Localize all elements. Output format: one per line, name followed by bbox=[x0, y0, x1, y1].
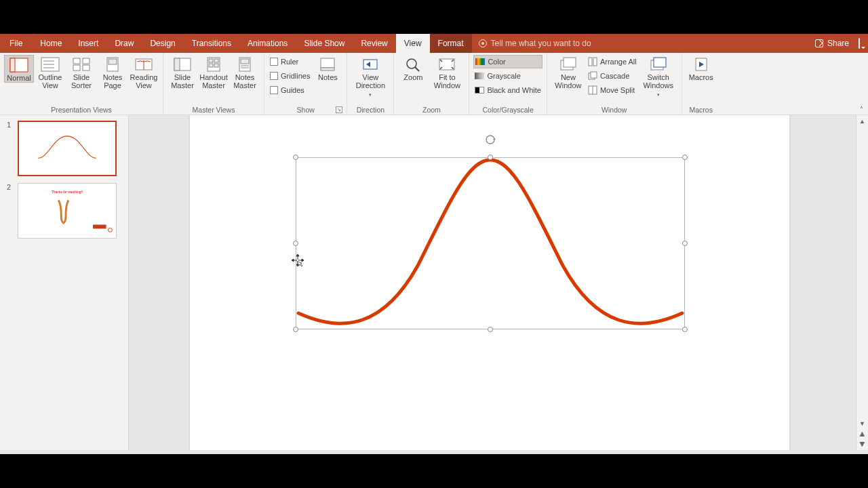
view-direction-icon bbox=[361, 57, 380, 72]
switch-windows-button[interactable]: Switch Windows ▾ bbox=[639, 55, 677, 99]
thumbnail-row: 2 Thanks for watching!! bbox=[7, 183, 121, 239]
guides-checkbox[interactable]: Guides bbox=[269, 83, 311, 97]
group-window: New Window Arrange All Cascade Move Spli… bbox=[547, 53, 682, 115]
lightbulb-icon bbox=[479, 39, 487, 47]
notes-label: Notes bbox=[318, 73, 338, 81]
tab-format[interactable]: Format bbox=[430, 34, 472, 53]
resize-handle-tc[interactable] bbox=[488, 155, 493, 160]
resize-handle-br[interactable] bbox=[682, 327, 688, 332]
scroll-up-button[interactable]: ▲ bbox=[858, 117, 867, 126]
group-label-direction: Direction bbox=[351, 105, 389, 114]
outline-view-button[interactable]: Outline View bbox=[35, 55, 65, 89]
magnifier-icon bbox=[403, 57, 422, 72]
slide-sorter-button[interactable]: Slide Sorter bbox=[66, 55, 96, 89]
guides-label: Guides bbox=[281, 86, 304, 94]
svg-rect-34 bbox=[593, 58, 597, 66]
svg-point-28 bbox=[407, 59, 416, 68]
powerpoint-window: File Home Insert Draw Design Transitions… bbox=[0, 34, 868, 454]
chevron-down-icon: ▾ bbox=[657, 91, 660, 99]
switch-windows-icon bbox=[649, 57, 668, 72]
svg-rect-33 bbox=[589, 58, 592, 66]
thumbnail-row: 1 bbox=[7, 121, 121, 176]
prev-slide-button[interactable]: ⯅ bbox=[858, 430, 867, 439]
tab-animations[interactable]: Animations bbox=[239, 34, 296, 53]
color-mode-button[interactable]: Color bbox=[473, 55, 542, 68]
tab-home[interactable]: Home bbox=[32, 34, 70, 53]
slide-1[interactable] bbox=[190, 115, 789, 450]
resize-handle-ml[interactable] bbox=[293, 241, 298, 246]
chevron-down-icon: ▾ bbox=[369, 91, 372, 99]
arrange-all-button[interactable]: Arrange All bbox=[587, 55, 638, 68]
tab-file[interactable]: File bbox=[0, 34, 32, 53]
macros-button[interactable]: Macros bbox=[686, 55, 716, 81]
new-window-button[interactable]: New Window bbox=[551, 55, 585, 89]
slide-thumbnails-panel[interactable]: 1 2 Thanks for watching!! bbox=[0, 115, 129, 450]
dialog-launcher-icon[interactable]: ↘ bbox=[336, 106, 342, 113]
gridlines-checkbox[interactable]: Gridlines bbox=[269, 69, 311, 83]
slide-number: 2 bbox=[7, 183, 14, 239]
bw-mode-button[interactable]: Black and White bbox=[473, 83, 542, 97]
checkbox-icon bbox=[270, 86, 278, 94]
group-label-master-views: Master Views bbox=[167, 105, 260, 114]
workspace: 1 2 Thanks for watching!! bbox=[0, 115, 868, 450]
slide-thumbnail-2[interactable]: Thanks for watching!! bbox=[18, 183, 117, 239]
color-swatch-icon bbox=[475, 58, 485, 65]
next-slide-button[interactable]: ⯆ bbox=[858, 439, 867, 449]
notes-page-button[interactable]: Notes Page bbox=[98, 55, 127, 89]
group-label-zoom: Zoom bbox=[398, 105, 465, 114]
fit-window-button[interactable]: Fit to Window bbox=[429, 55, 465, 89]
letterbox-bottom bbox=[0, 454, 868, 488]
tab-design[interactable]: Design bbox=[142, 34, 183, 53]
tab-draw[interactable]: Draw bbox=[106, 34, 142, 53]
outline-view-label: Outline View bbox=[37, 73, 64, 89]
scroll-down-button[interactable]: ▼ bbox=[858, 419, 867, 428]
notes-button[interactable]: Notes bbox=[313, 55, 342, 81]
tell-me-search[interactable]: Tell me what you want to do bbox=[472, 34, 591, 53]
grayscale-mode-button[interactable]: Grayscale bbox=[473, 69, 542, 83]
zoom-button[interactable]: Zoom bbox=[398, 55, 428, 81]
slide-sorter-label: Slide Sorter bbox=[68, 73, 95, 89]
reading-view-button[interactable]: Reading View bbox=[129, 55, 159, 89]
shape-selection[interactable] bbox=[296, 157, 685, 329]
slide-master-label: Slide Master bbox=[169, 73, 196, 89]
bell-curve-shape[interactable] bbox=[296, 157, 685, 329]
vertical-scrollbar[interactable]: ▲ ▼ ⯅ ⯆ bbox=[856, 115, 868, 450]
view-direction-button[interactable]: View Direction ▾ bbox=[351, 55, 389, 99]
share-button[interactable]: Share bbox=[815, 39, 849, 48]
tab-insert[interactable]: Insert bbox=[70, 34, 106, 53]
resize-handle-tl[interactable] bbox=[293, 155, 298, 160]
tab-transitions[interactable]: Transitions bbox=[184, 34, 239, 53]
notes-master-button[interactable]: Notes Master bbox=[230, 55, 260, 89]
slide-canvas[interactable] bbox=[129, 115, 856, 450]
svg-rect-7 bbox=[83, 58, 90, 64]
comment-icon bbox=[859, 38, 860, 49]
notes-page-icon bbox=[103, 57, 122, 72]
cascade-label: Cascade bbox=[600, 72, 629, 80]
bw-mode-label: Black and White bbox=[487, 86, 540, 94]
slide-thumbnail-1[interactable] bbox=[18, 121, 117, 176]
slide-master-button[interactable]: Slide Master bbox=[167, 55, 197, 89]
tab-view[interactable]: View bbox=[396, 34, 430, 53]
svg-rect-6 bbox=[73, 58, 80, 64]
new-window-label: New Window bbox=[553, 73, 584, 89]
collapse-ribbon-button[interactable]: ˄ bbox=[854, 53, 868, 115]
ruler-checkbox[interactable]: Ruler bbox=[269, 55, 311, 68]
tell-me-placeholder: Tell me what you want to do bbox=[491, 39, 591, 48]
resize-handle-bl[interactable] bbox=[293, 327, 298, 332]
cascade-button[interactable]: Cascade bbox=[587, 69, 638, 83]
share-label: Share bbox=[827, 39, 849, 48]
svg-rect-21 bbox=[241, 59, 249, 64]
tab-review[interactable]: Review bbox=[353, 34, 395, 53]
svg-marker-54 bbox=[302, 259, 304, 262]
handout-master-button[interactable]: Handout Master bbox=[199, 55, 229, 89]
svg-point-44 bbox=[108, 228, 112, 232]
resize-handle-tr[interactable] bbox=[682, 155, 688, 160]
rotate-handle[interactable] bbox=[485, 134, 496, 145]
resize-handle-bc[interactable] bbox=[488, 327, 493, 332]
comments-button[interactable] bbox=[859, 39, 860, 48]
resize-handle-mr[interactable] bbox=[682, 241, 688, 246]
split-icon bbox=[588, 85, 597, 95]
normal-view-button[interactable]: Normal bbox=[4, 55, 34, 83]
tab-slideshow[interactable]: Slide Show bbox=[296, 34, 353, 53]
move-split-button[interactable]: Move Split bbox=[587, 83, 638, 97]
